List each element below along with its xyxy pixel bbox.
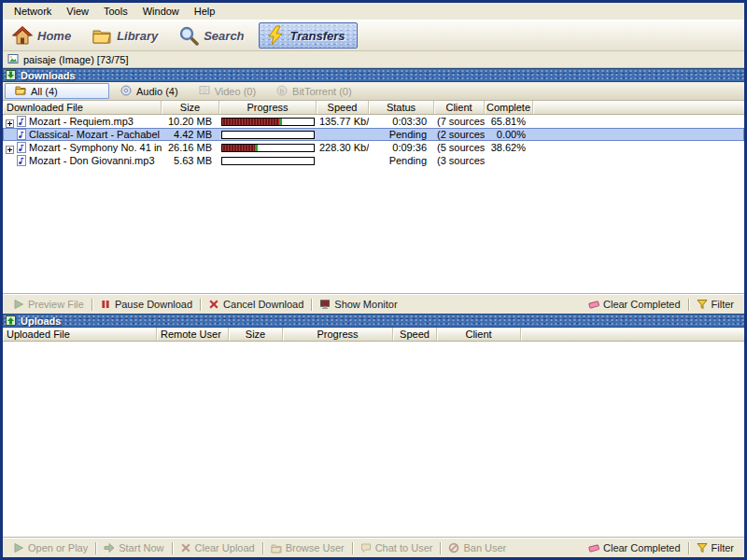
download-row-3[interactable]: Mozart - Symphony No. 41 in C M... 26.16…: [3, 141, 744, 154]
clear-completed-button[interactable]: Clear Completed: [583, 539, 686, 556]
col-remote-user[interactable]: Remote User: [157, 328, 229, 341]
tab-bittorrent[interactable]: b BitTorrent (0): [267, 83, 361, 99]
filter-label: Filter: [712, 299, 734, 310]
col-status[interactable]: Status: [369, 101, 434, 114]
audio-file-icon: [17, 116, 26, 127]
progress-bar: [221, 131, 315, 139]
nav-search-button[interactable]: Search: [172, 22, 256, 49]
complete-cell: 38.62%: [485, 141, 533, 154]
clear-upload-label: Clear Upload: [195, 542, 255, 553]
file-name: Mozart - Symphony No. 41 in C M...: [29, 141, 162, 154]
menu-window[interactable]: Window: [135, 4, 187, 19]
cancel-download-button[interactable]: Cancel Download: [203, 296, 309, 313]
status-cell: 0:03:30: [369, 115, 434, 128]
download-row-2[interactable]: Classical- Mozart - Pachabel Can... 4.42…: [3, 128, 744, 141]
speed-cell: 228.30 Kb/s: [317, 141, 369, 154]
chat-to-user-label: Chat to User: [375, 542, 433, 553]
tab-all[interactable]: All (4): [5, 83, 109, 99]
progress-cell: [219, 115, 317, 128]
row-filler: [533, 141, 744, 154]
file-name-cell: Mozart - Symphony No. 41 in C M...: [3, 141, 162, 154]
col-size[interactable]: Size: [162, 101, 219, 114]
menu-network[interactable]: Network: [7, 4, 59, 19]
divider: [352, 542, 353, 554]
expand-toggle[interactable]: [6, 144, 14, 152]
menu-tools[interactable]: Tools: [96, 4, 135, 19]
cancel-icon: [208, 299, 219, 310]
chat-to-user-button[interactable]: Chat to User: [355, 539, 439, 556]
col-uploaded-file[interactable]: Uploaded File: [3, 328, 157, 341]
pause-icon: [100, 299, 111, 310]
chat-bubble-icon: [360, 542, 372, 553]
nav-transfers-button[interactable]: Transfers: [259, 22, 358, 49]
progress-cell: [219, 128, 317, 141]
tab-audio[interactable]: Audio (4): [111, 83, 188, 99]
download-row-4[interactable]: Mozart - Don Giovanni.mp3 5.63 MB Pendin…: [3, 154, 744, 167]
uploads-list: [3, 342, 744, 538]
divider: [95, 542, 96, 554]
pause-download-button[interactable]: Pause Download: [94, 296, 198, 313]
download-row-1[interactable]: Mozart - Requiem.mp3 10.20 MB 135.77 Kb/…: [3, 115, 744, 128]
divider: [92, 299, 92, 311]
col-progress[interactable]: Progress: [219, 101, 317, 114]
open-or-play-button[interactable]: Open or Play: [7, 539, 93, 556]
film-icon: [199, 85, 210, 97]
row-filler: [485, 154, 744, 167]
nav-library-button[interactable]: Library: [85, 22, 170, 49]
pause-download-label: Pause Download: [115, 299, 192, 310]
tab-bittorrent-label: BitTorrent (0): [292, 86, 352, 97]
col-up-speed[interactable]: Speed: [393, 328, 437, 341]
progress-bar: [221, 118, 315, 126]
expand-toggle[interactable]: [6, 118, 14, 126]
downloads-action-bar: Preview File Pause Download Cancel Downl…: [3, 294, 744, 314]
nav-home-button[interactable]: Home: [6, 22, 83, 49]
cd-icon: [120, 85, 132, 98]
nav-library-label: Library: [117, 29, 158, 43]
file-name: Mozart - Requiem.mp3: [29, 115, 134, 128]
ban-user-button[interactable]: Ban User: [443, 539, 512, 556]
filter-button[interactable]: Filter: [691, 539, 740, 556]
col-downloaded-file[interactable]: Downloaded File: [3, 101, 162, 114]
preview-file-button[interactable]: Preview File: [7, 296, 90, 313]
upload-arrow-icon: [6, 313, 16, 329]
menu-view[interactable]: View: [59, 4, 96, 19]
uploads-action-bar: Open or Play Start Now Clear Upload Brow…: [3, 538, 744, 557]
clear-completed-button[interactable]: Clear Completed: [583, 296, 686, 313]
downloads-section-header: Downloads: [3, 68, 744, 82]
open-or-play-label: Open or Play: [28, 542, 88, 553]
ban-user-label: Ban User: [463, 542, 506, 553]
browse-user-button[interactable]: Browse User: [265, 539, 350, 556]
divider: [200, 299, 201, 311]
col-complete[interactable]: Complete: [485, 101, 533, 114]
menu-help[interactable]: Help: [187, 4, 223, 19]
col-client[interactable]: Client: [434, 101, 485, 114]
client-cell: (5 sources): [434, 141, 485, 154]
filter-button[interactable]: Filter: [691, 296, 740, 313]
size-cell: 4.42 MB: [162, 128, 219, 141]
audio-file-icon: [17, 142, 26, 153]
size-cell: 5.63 MB: [162, 154, 219, 167]
folder-icon: [271, 543, 282, 553]
show-monitor-label: Show Monitor: [334, 299, 397, 310]
main-toolbar: Home Library Search Transfers: [3, 20, 744, 51]
cancel-download-label: Cancel Download: [223, 299, 303, 310]
divider: [440, 542, 441, 554]
show-monitor-button[interactable]: Show Monitor: [314, 296, 402, 313]
complete-cell: 0.00%: [485, 128, 533, 141]
col-up-size[interactable]: Size: [229, 328, 283, 341]
library-icon: [92, 25, 112, 46]
start-now-button[interactable]: Start Now: [98, 539, 169, 556]
nav-transfers-label: Transfers: [290, 29, 345, 43]
tab-all-label: All (4): [31, 86, 58, 97]
clear-upload-button[interactable]: Clear Upload: [175, 539, 261, 556]
progress-cell: [219, 154, 317, 167]
tab-video[interactable]: Video (0): [190, 83, 265, 99]
funnel-icon: [697, 299, 708, 310]
col-speed[interactable]: Speed: [317, 101, 369, 114]
col-up-progress[interactable]: Progress: [283, 328, 393, 341]
col-up-client[interactable]: Client: [437, 328, 521, 341]
status-cell: Pending: [369, 154, 434, 167]
downloads-list: Mozart - Requiem.mp3 10.20 MB 135.77 Kb/…: [3, 115, 744, 294]
progress-bar: [221, 144, 315, 152]
eraser-icon: [588, 542, 599, 553]
